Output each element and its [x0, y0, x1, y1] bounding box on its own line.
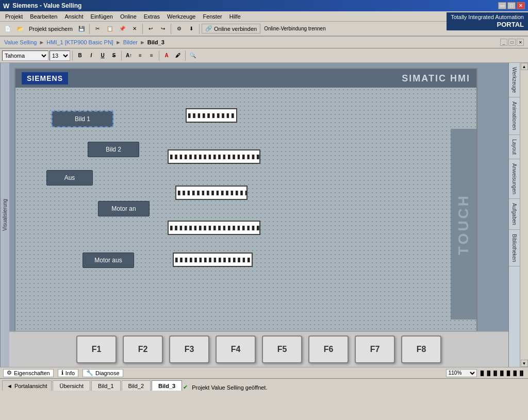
aus-button[interactable]: Aus — [46, 170, 93, 186]
visualisierung-tab[interactable]: Visualisierung — [0, 63, 9, 367]
tab-bild2[interactable]: Bild_2 — [122, 380, 151, 391]
f4-key[interactable]: F4 — [216, 335, 256, 363]
bc-item-2[interactable]: Bilder — [123, 39, 138, 45]
app-icon: W — [3, 2, 9, 10]
bibliotheken-tab[interactable]: Bibliotheken — [509, 230, 520, 266]
zoom-button[interactable]: 🔍 — [188, 51, 198, 61]
bc-item-1[interactable]: HMI_1 [KTP900 Basic PN] — [46, 39, 113, 45]
f7-key[interactable]: F7 — [355, 335, 395, 363]
font-color-button[interactable]: A — [161, 51, 172, 61]
save-button[interactable]: 💾 — [76, 23, 87, 35]
restore-button[interactable]: □ — [507, 2, 516, 9]
undo-button[interactable]: ↩ — [145, 23, 156, 35]
save-label: Projekt speichern — [27, 26, 75, 32]
io-field-3: ▐▌▐▌▐▌▐▌▐▌▐▌▐▌▐▌▐▌▐▌▐▌▐▌▐▌▐▌▐▌ — [175, 186, 248, 200]
motor-an-button[interactable]: Motor an — [98, 201, 150, 216]
open-button[interactable]: 📂 — [14, 23, 26, 35]
zoom-select[interactable]: 110% 100% 75% 50% — [446, 369, 477, 377]
window-controls[interactable]: — □ ✕ — [498, 2, 525, 9]
io-field-5: ▐▌▐▌▐▌▐▌▐▌▐▌▐▌▐▌▐▌▐▌▐▌▐▌▐▌▐▌▐▌▐▌▐▌▐▌ — [173, 253, 253, 267]
layout-tab[interactable]: Layout — [509, 135, 520, 159]
info-section[interactable]: ℹ Info — [58, 369, 78, 377]
portal-arrow: ◄ — [7, 383, 12, 389]
disconnect-label: Online-Verbindung trennen — [264, 26, 326, 31]
menu-extras[interactable]: Extras — [141, 12, 163, 21]
bc-sep-1: ► — [116, 39, 121, 45]
sep4 — [199, 24, 200, 34]
f8-key[interactable]: F8 — [401, 335, 441, 363]
io-field-1: ▐▌▐▌▐▌▐▌▐▌▐▌▐▌▐▌▐▌▐▌▐▌▐▌ — [186, 108, 237, 123]
tab-bild1[interactable]: Bild_1 — [91, 380, 121, 391]
menu-bearbeiten[interactable]: Bearbeiten — [27, 12, 60, 21]
motor-aus-button[interactable]: Motor aus — [82, 253, 134, 268]
bc-item-0[interactable]: Value Selling — [4, 39, 37, 45]
online-disconnect-button[interactable]: Online-Verbindung trennen — [261, 23, 328, 35]
io-field-4: ▐▌▐▌▐▌▐▌▐▌▐▌▐▌▐▌▐▌▐▌▐▌▐▌▐▌▐▌▐▌▐▌▐▌▐▌▐▌▐▌ — [168, 221, 260, 235]
tab-bild3[interactable]: Bild_3 — [152, 380, 182, 391]
f2-key[interactable]: F2 — [123, 335, 163, 363]
minimize-inner[interactable]: _ — [500, 39, 507, 46]
vertical-scrollbar[interactable]: ▲ ▼ — [520, 63, 528, 367]
font-select[interactable]: Tahoma — [2, 51, 48, 61]
copy-button[interactable]: 📋 — [104, 23, 116, 35]
size-select[interactable]: 13 — [50, 51, 70, 61]
highlight-button[interactable]: 🖌 — [173, 51, 183, 61]
breadcrumb-bar: Value Selling ► HMI_1 [KTP900 Basic PN] … — [0, 36, 528, 48]
io-content-4: ▐▌▐▌▐▌▐▌▐▌▐▌▐▌▐▌▐▌▐▌▐▌▐▌▐▌▐▌▐▌▐▌▐▌▐▌▐▌▐▌ — [169, 226, 259, 230]
fmt-sep2 — [159, 51, 159, 61]
diagnose-section[interactable]: 🔧 Diagnose — [82, 369, 123, 377]
restore-inner[interactable]: □ — [508, 39, 516, 46]
werkzeuge-tab[interactable]: Werkzeuge — [509, 63, 520, 97]
bold-button[interactable]: B — [75, 51, 85, 61]
window-controls-inner[interactable]: _ □ ✕ — [500, 39, 524, 46]
scroll-up[interactable]: ▲ — [521, 63, 528, 70]
compile-button[interactable]: ⚙ — [173, 23, 185, 35]
align-left-button[interactable]: ≡ — [135, 51, 145, 61]
io-content-3: ▐▌▐▌▐▌▐▌▐▌▐▌▐▌▐▌▐▌▐▌▐▌▐▌▐▌▐▌▐▌ — [176, 191, 246, 195]
menu-ansicht[interactable]: Ansicht — [61, 12, 86, 21]
strikethrough-button[interactable]: S — [109, 51, 119, 61]
delete-button[interactable]: ✕ — [129, 23, 140, 35]
italic-button[interactable]: I — [86, 51, 96, 61]
io-content-5: ▐▌▐▌▐▌▐▌▐▌▐▌▐▌▐▌▐▌▐▌▐▌▐▌▐▌▐▌▐▌▐▌▐▌▐▌ — [174, 258, 252, 262]
align-center-button[interactable]: ≡ — [146, 51, 157, 61]
online-icon: 🔗 — [205, 25, 212, 32]
f1-key[interactable]: F1 — [76, 335, 117, 363]
f6-key[interactable]: F6 — [308, 335, 349, 363]
online-connect-button[interactable]: 🔗 Online verbinden — [202, 24, 260, 33]
cut-button[interactable]: ✂ — [92, 23, 103, 35]
bc-item-3[interactable]: Bild_3 — [147, 39, 164, 45]
tab-uebersicht[interactable]: Übersicht — [53, 380, 90, 391]
paste-button[interactable]: 📌 — [117, 23, 128, 35]
menu-werkzeuge[interactable]: Werkzeuge — [164, 12, 199, 21]
download-button[interactable]: ⬇ — [186, 23, 197, 35]
menu-fenster[interactable]: Fenster — [200, 12, 225, 21]
redo-button[interactable]: ↪ — [157, 23, 169, 35]
bc-sep-2: ► — [140, 39, 145, 45]
zoom-indicator: ▐▌▐▌▐▌▐▌▐▌▐▌▐▌ — [479, 371, 525, 376]
aufgaben-tab[interactable]: Aufgaben — [509, 199, 520, 230]
menu-einfuegen[interactable]: Einfügen — [88, 12, 116, 21]
superscript-button[interactable]: A↑ — [124, 51, 134, 61]
app-title: Siemens - Value Selling — [12, 2, 81, 9]
menu-online[interactable]: Online — [117, 12, 140, 21]
f3-key[interactable]: F3 — [169, 335, 209, 363]
tia-line2: PORTAL — [451, 21, 524, 29]
bild1-button[interactable]: Bild 1 — [52, 111, 113, 127]
menu-hilfe[interactable]: Hilfe — [226, 12, 244, 21]
touch-label: TOUCH — [451, 129, 476, 320]
canvas-area: SIEMENS SIMATIC HMI Bild 1 Bild 2 Aus — [9, 63, 508, 367]
properties-section[interactable]: ⚙ Eigenschaften — [3, 369, 54, 377]
bild2-button[interactable]: Bild 2 — [88, 142, 139, 157]
close-button[interactable]: ✕ — [517, 2, 525, 9]
menu-projekt[interactable]: Projekt — [2, 12, 26, 21]
underline-button[interactable]: U — [97, 51, 108, 61]
minimize-button[interactable]: — — [498, 2, 506, 9]
anweisungen-tab[interactable]: Anweisungen — [509, 159, 520, 199]
f5-key[interactable]: F5 — [262, 335, 302, 363]
close-inner[interactable]: ✕ — [517, 39, 524, 46]
scroll-down[interactable]: ▼ — [521, 360, 528, 367]
new-button[interactable]: 📄 — [2, 23, 13, 35]
animationen-tab[interactable]: Animationen — [509, 97, 520, 135]
portal-ansicht-button[interactable]: ◄ Portalansicht — [2, 380, 52, 391]
